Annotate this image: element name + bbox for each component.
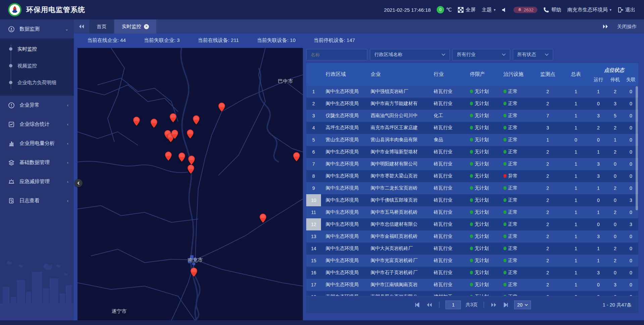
status-dot-green <box>503 138 506 142</box>
map-collapse-button[interactable] <box>74 179 83 187</box>
table-row[interactable]: 1阆中生态环境局阆中强锐页岩砖厂砖瓦行业无计划正常21120 <box>306 86 638 98</box>
map-city-label: 巴中市 <box>278 78 293 85</box>
prev-page-button[interactable] <box>426 302 433 308</box>
cell-total-meters: 1 <box>562 185 590 191</box>
table-row[interactable]: 14阆中生态环境局阆中大兴页岩机砖厂砖瓦行业无计划正常21120 <box>306 242 638 255</box>
cell-stopped: 0 <box>607 234 624 239</box>
table-row[interactable]: 4高坪生态环境局南充市高坪区王家店建砖瓦行业无计划正常31220 <box>306 122 638 134</box>
table-row[interactable]: 10阆中生态环境局阆中千佛镇五郎垭页岩砖瓦行业无计划正常21003 <box>306 194 638 206</box>
name-filter-input[interactable] <box>311 52 363 57</box>
cell-region: 阆中生态环境局 <box>321 173 369 179</box>
sub-col-header-1: 运行 <box>590 74 607 86</box>
table-row[interactable]: 17阆中生态环境局阆中市江南镇阆南页岩砖瓦行业无计划正常21030 <box>306 279 638 291</box>
map-pin-icon[interactable] <box>170 113 176 122</box>
sidebar-item-5[interactable]: 基础数据管理‹ <box>0 153 74 172</box>
sidebar-item-label: 日志查看 <box>19 198 40 204</box>
sidebar-subitem[interactable]: 实时监控 <box>0 41 74 57</box>
cell-company: 阆中市石子页岩机砖厂 <box>369 270 432 276</box>
table-row[interactable]: 15阆中生态环境局阆中市光富页岩机砖厂砖瓦行业无计划正常21120 <box>306 255 638 267</box>
cell-lost: 0 <box>624 270 638 275</box>
cell-lost: 3 <box>624 222 638 227</box>
tab-2[interactable]: 实时监控✕ <box>114 19 156 34</box>
table-row[interactable]: 8阆中生态环境局阆中市枣碧大梁山页岩砖瓦行业无计划异常21300 <box>306 170 638 182</box>
map-pin-icon[interactable] <box>187 129 194 139</box>
table-row[interactable]: 3仪陇生态环境局西南油气田分公司川中化工无计划正常71350 <box>306 110 638 122</box>
theme-menu-button[interactable]: 主题▾ <box>482 7 496 13</box>
map-pin-icon[interactable] <box>293 152 300 161</box>
logout-button[interactable]: 退出 <box>618 7 635 13</box>
table-scrollbar[interactable] <box>636 86 638 210</box>
cell-stopped: 2 <box>607 210 624 215</box>
map-pin-icon[interactable] <box>188 156 195 165</box>
fullscreen-button[interactable]: 全屏 <box>458 7 476 13</box>
sidebar-subitem[interactable]: 企业电力负荷明细 <box>0 74 74 91</box>
status-filter-select[interactable]: 所有状态 <box>513 49 553 60</box>
speaker-icon[interactable] <box>502 7 507 13</box>
cell-running: 2 <box>590 125 607 130</box>
region-filter-select[interactable]: 行政区域名称 <box>370 49 450 60</box>
log-file-icon <box>8 198 15 204</box>
cell-running: 0 <box>590 294 607 296</box>
status-dot-green <box>470 90 473 93</box>
cell-industry: 砖瓦行业 <box>432 101 468 107</box>
industry-filter-select[interactable]: 所有行业 <box>452 49 510 60</box>
table-row[interactable]: 5营山生态环境局营山县润丰肉食品有限食品无计划正常10010 <box>306 134 638 146</box>
sidebar-item-1[interactable]: 数据监测⌄ <box>0 19 74 39</box>
cell-company: 西南油气田分公司川中 <box>369 113 432 119</box>
map-pin-icon[interactable] <box>218 103 225 112</box>
tabs-scroll-left-button[interactable] <box>74 19 89 34</box>
map-panel[interactable]: 巴中市南充市遂宁市 <box>77 48 303 320</box>
total-pages-label: 共3页 <box>466 302 478 308</box>
table-row[interactable]: 7阆中生态环境局阆中明阳建材有限公司砖瓦行业无计划正常21300 <box>306 158 638 170</box>
sidebar-item-2[interactable]: 企业异常‹ <box>0 96 74 115</box>
tab-close-icon[interactable]: ✕ <box>144 24 149 29</box>
cell-lost: 0 <box>624 246 638 251</box>
sidebar-item-4[interactable]: 企业用电量分析‹ <box>0 134 74 153</box>
table-row[interactable]: 11阆中生态环境局阆中市五马桥页岩机砖砖瓦行业无计划正常21120 <box>306 206 638 218</box>
org-menu-button[interactable]: 南充市生态环境局▾ <box>567 7 611 13</box>
map-pin-icon[interactable] <box>260 214 266 223</box>
page-size-select[interactable]: 20 <box>514 301 531 309</box>
map-pin-icon[interactable] <box>178 153 185 162</box>
sidebar-item-7[interactable]: 日志查看‹ <box>0 191 74 210</box>
map-pin-icon[interactable] <box>151 119 157 128</box>
cell-facility-status: 正常 <box>501 246 534 252</box>
page-number-input[interactable] <box>445 301 461 309</box>
name-filter-field[interactable] <box>306 49 367 60</box>
table-row[interactable]: 6阆中生态环境局阆中市金博瑞新型墙材砖瓦行业无计划正常21120 <box>306 146 638 158</box>
table-row[interactable]: 18南部生态环境局南部县双化页岩有限公建材加工无计划正常60060 <box>306 291 638 296</box>
table-row[interactable]: 12阆中生态环境局阆中市忠信建材有限公砖瓦行业无计划正常21003 <box>306 218 638 230</box>
table-row[interactable]: 2阆中生态环境局阆中市南方节能建材有砖瓦行业无计划正常21030 <box>306 98 638 110</box>
sidebar-item-3[interactable]: 企业综合统计‹ <box>0 115 74 134</box>
cell-industry: 砖瓦行业 <box>432 173 468 179</box>
map-pin-icon[interactable] <box>165 152 172 161</box>
map-pin-icon[interactable] <box>187 165 194 174</box>
row-number: 5 <box>306 134 321 146</box>
cell-region: 阆中生态环境局 <box>321 258 369 264</box>
sidebar-item-6[interactable]: 应急减排管理‹ <box>0 172 74 191</box>
next-page-button[interactable] <box>490 302 497 308</box>
cell-company: 阆中市南方节能建材有 <box>369 101 432 107</box>
tabs-scroll-right-button[interactable] <box>602 24 608 29</box>
cell-region: 阆中生态环境局 <box>321 101 369 107</box>
tab-1[interactable]: 首页 <box>89 19 114 34</box>
table-row[interactable]: 16阆中生态环境局阆中市石子页岩机砖厂砖瓦行业无计划正常21300 <box>306 267 638 279</box>
stat-item-2: 当前失联企业: 3 <box>144 37 180 44</box>
map-pin-icon[interactable] <box>133 117 140 126</box>
sidebar-subitem[interactable]: 视频监控 <box>0 57 74 74</box>
help-button[interactable]: 帮助 <box>543 7 561 13</box>
status-dot-green <box>470 126 473 129</box>
last-page-button[interactable] <box>502 302 509 308</box>
cell-region: 阆中生态环境局 <box>321 89 369 95</box>
chevron-left-icon: ‹ <box>67 122 68 127</box>
map-pin-icon[interactable] <box>171 130 178 139</box>
notification-badge[interactable]: 2632 <box>514 7 538 13</box>
close-operations-button[interactable]: 关闭操作 <box>617 23 637 30</box>
cell-company: 阆中市忠信建材有限公 <box>369 221 432 227</box>
table-row[interactable]: 9阆中生态环境局阆中市二龙长宝页岩砖砖瓦行业无计划正常21120 <box>306 182 638 194</box>
table-row[interactable]: 13阆中生态环境局阆中市金福旺页岩机砖砖瓦行业无计划正常21300 <box>306 230 638 242</box>
map-pin-icon[interactable] <box>191 268 197 277</box>
cell-limit-status: 无计划 <box>468 161 501 167</box>
map-pin-icon[interactable] <box>193 115 200 124</box>
first-page-button[interactable] <box>414 302 421 308</box>
